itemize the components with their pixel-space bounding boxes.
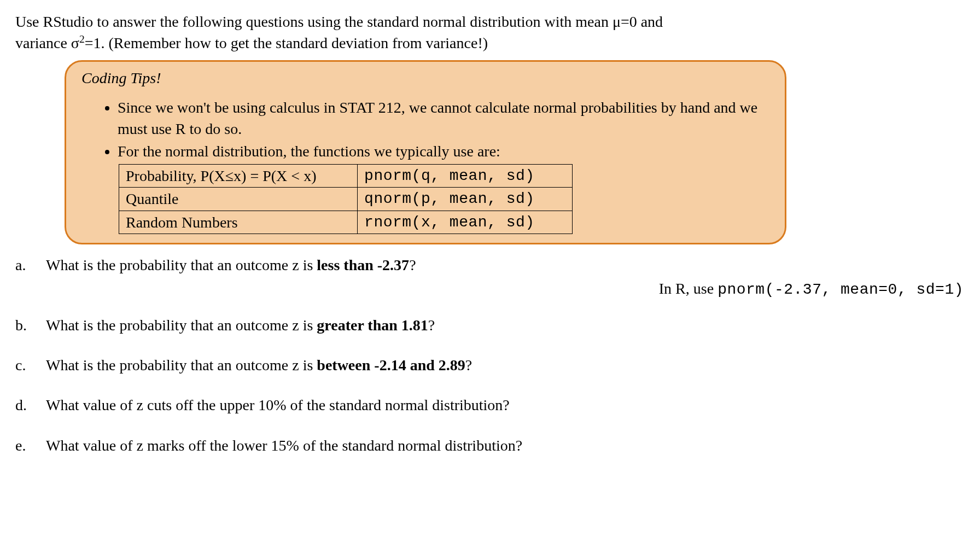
q-b-pre: What is the probability that an outcome …	[46, 317, 317, 334]
tips-bullet-1: Since we won't be using calculus in STAT…	[118, 97, 772, 139]
tips-list: Since we won't be using calculus in STAT…	[118, 97, 772, 234]
intro-sup: 2	[79, 33, 85, 45]
table-cell-desc: Quantile	[119, 188, 358, 211]
r-hint-code: pnorm(-2.37, mean=0, sd=1)	[718, 281, 964, 298]
table-cell-code: rnorm(x, mean, sd)	[358, 211, 573, 234]
table-cell-desc: Random Numbers	[119, 211, 358, 234]
functions-table: Probability, P(X≤x) = P(X < x) pnorm(q, …	[119, 164, 573, 234]
q-a-bold: less than -2.37	[317, 256, 409, 273]
intro-line2-pre: variance σ	[15, 34, 79, 51]
question-b: b. What is the probability that an outco…	[15, 314, 965, 336]
table-cell-code: qnorm(p, mean, sd)	[358, 188, 573, 211]
question-text: What value of z cuts off the upper 10% o…	[46, 394, 965, 416]
q-a-post: ?	[409, 256, 416, 273]
intro-line1: Use RStudio to answer the following ques…	[15, 13, 663, 30]
question-a: a. What is the probability that an outco…	[15, 254, 965, 276]
tips-bullet-2-text: For the normal distribution, the functio…	[118, 143, 500, 160]
question-list-rest: b. What is the probability that an outco…	[15, 314, 965, 456]
question-e: e. What value of z marks off the lower 1…	[15, 435, 965, 456]
q-c-bold: between -2.14 and 2.89	[317, 357, 465, 374]
table-row: Quantile qnorm(p, mean, sd)	[119, 188, 573, 211]
q-b-bold: greater than 1.81	[317, 317, 428, 334]
question-text: What is the probability that an outcome …	[46, 354, 965, 376]
r-hint: In R, use pnorm(-2.37, mean=0, sd=1)	[15, 278, 965, 300]
question-c: c. What is the probability that an outco…	[15, 354, 965, 376]
question-d: d. What value of z cuts off the upper 10…	[15, 394, 965, 416]
question-text: What is the probability that an outcome …	[46, 254, 965, 276]
table-cell-desc: Probability, P(X≤x) = P(X < x)	[119, 165, 358, 188]
question-letter: d.	[15, 394, 46, 416]
q-b-post: ?	[428, 317, 435, 334]
tips-title: Coding Tips!	[81, 67, 772, 89]
question-text: What value of z marks off the lower 15% …	[46, 435, 965, 456]
q-c-post: ?	[465, 357, 472, 374]
table-row: Probability, P(X≤x) = P(X < x) pnorm(q, …	[119, 165, 573, 188]
question-letter: c.	[15, 354, 46, 376]
question-letter: e.	[15, 435, 46, 456]
q-c-pre: What is the probability that an outcome …	[46, 357, 317, 374]
question-letter: b.	[15, 314, 46, 336]
tips-bullet-2: For the normal distribution, the functio…	[118, 141, 772, 234]
r-hint-pre: In R, use	[659, 280, 718, 297]
intro-line2-post: =1. (Remember how to get the standard de…	[85, 34, 488, 51]
question-letter: a.	[15, 254, 46, 276]
table-cell-code: pnorm(q, mean, sd)	[358, 165, 573, 188]
intro-text: Use RStudio to answer the following ques…	[15, 11, 965, 54]
question-text: What is the probability that an outcome …	[46, 314, 965, 336]
table-row: Random Numbers rnorm(x, mean, sd)	[119, 211, 573, 234]
question-list: a. What is the probability that an outco…	[15, 254, 965, 276]
coding-tips-box: Coding Tips! Since we won't be using cal…	[65, 60, 786, 244]
q-a-pre: What is the probability that an outcome …	[46, 256, 317, 273]
